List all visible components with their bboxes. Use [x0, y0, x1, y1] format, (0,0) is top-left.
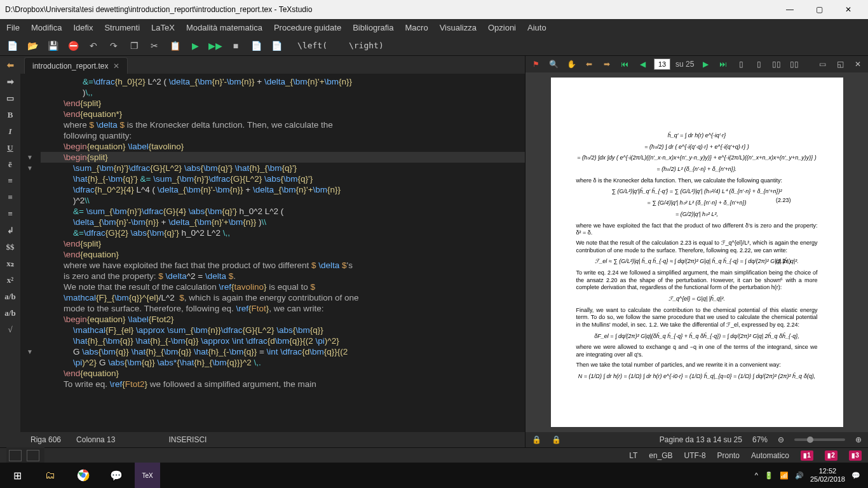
sqrt-icon[interactable]: √	[3, 323, 17, 337]
tray-clock[interactable]: 12:52 25/02/2018	[810, 467, 845, 484]
paste-icon[interactable]: 📋	[168, 39, 182, 53]
code-line[interactable]: \sum_{\bm{n}'}\dfrac{G}{L^2} \abs{\bm{q}…	[41, 163, 525, 173]
pdf-prev-icon[interactable]: ◀	[636, 58, 649, 71]
code-line[interactable]: \begin{equation} \label{Ftot2}	[41, 314, 525, 325]
minimize-button[interactable]: —	[775, 0, 804, 19]
ltool-icon[interactable]: LT	[629, 451, 637, 460]
encoding-label[interactable]: UTF-8	[684, 451, 706, 460]
menu-options[interactable]: Opzioni	[488, 23, 516, 32]
tray-notifications-icon[interactable]: 💬	[851, 471, 860, 480]
code-line[interactable]: \end{equation}	[41, 368, 525, 379]
pdf-sync-icon[interactable]: ⚑	[529, 58, 542, 71]
tray-volume-icon[interactable]: 🔊	[795, 471, 804, 480]
maximize-button[interactable]: ▢	[804, 0, 834, 19]
dfrac-icon[interactable]: a/b	[3, 306, 17, 320]
left-bracket-button[interactable]: \left(	[290, 41, 335, 50]
chrome-icon[interactable]	[69, 463, 98, 488]
code-line[interactable]: \mathcal{F}_{el} \approx \sum_{\bm{n}}\d…	[41, 325, 525, 336]
code-line[interactable]: \dfrac{h_0^2}{4} L^4 ( \delta_{\bm{n}'-\…	[41, 184, 525, 195]
code-line[interactable]: \hat{h}_{\bm{q}} \hat{h}_{-\bm{q}} \appr…	[41, 336, 525, 346]
code-line[interactable]: \end{split}	[41, 238, 525, 249]
lock-icon-2[interactable]: 🔒	[552, 435, 561, 444]
code-line[interactable]: \pi)^2} G \abs{\bm{q}} \abs*{\hat{h}_{\b…	[41, 357, 525, 368]
underline-icon[interactable]: U	[3, 141, 17, 155]
code-line[interactable]: &=\dfrac{h_0}{2} L^2 ( \delta_{\bm{n}'-\…	[41, 76, 525, 87]
view-log-icon[interactable]: 📄	[249, 39, 263, 53]
emph-icon[interactable]: ē	[3, 158, 17, 172]
code-line[interactable]: \end{equation}	[41, 249, 525, 260]
code-line[interactable]: \begin{equation} \label{tavolino}	[41, 141, 525, 152]
texstudio-taskbar-icon[interactable]: TeX	[135, 463, 160, 488]
pdf-next-icon[interactable]: ▶	[699, 58, 712, 71]
compile-icon[interactable]: ▶▶	[208, 39, 222, 53]
view-pdf-icon[interactable]: 📄	[269, 39, 283, 53]
build-view-icon[interactable]: ▶	[188, 39, 202, 53]
tray-up-icon[interactable]: ^	[755, 471, 758, 479]
auto-label[interactable]: Automatico	[751, 451, 789, 460]
open-file-icon[interactable]: 📂	[25, 39, 39, 53]
code-line[interactable]: \end{split}	[41, 98, 525, 109]
whatsapp-icon[interactable]: 💬	[102, 463, 131, 488]
code-line[interactable]: where we have exploited the fact that th…	[41, 260, 525, 271]
menu-latex[interactable]: LaTeX	[151, 23, 175, 32]
cut-icon[interactable]: ✂	[147, 39, 161, 53]
pdf-last-icon[interactable]: ⏭	[717, 58, 729, 71]
code-line[interactable]: \mathcal{F}_{\bm{q}}^{el}/L^2 $, which i…	[41, 292, 525, 303]
pdf-close-icon[interactable]: ✕	[851, 58, 864, 71]
code-line[interactable]: )\,,	[41, 87, 525, 98]
pdf-window-icon[interactable]: ▭	[816, 58, 829, 71]
pdf-doublecont-icon[interactable]: ▯▯	[788, 58, 801, 71]
math-mode-icon[interactable]: $$	[3, 240, 17, 254]
fold-marker-icon[interactable]: ▼	[27, 152, 33, 163]
close-button[interactable]: ✕	[834, 0, 863, 19]
italic-icon[interactable]: I	[3, 125, 17, 139]
code-editor[interactable]: ▼▼▼ &=\dfrac{h_0}{2} L^2 ( \delta_{\bm{n…	[20, 74, 525, 432]
save-icon[interactable]: 💾	[46, 39, 60, 53]
back-icon[interactable]: ⬅	[3, 58, 17, 72]
panel-side-icon[interactable]	[9, 450, 22, 461]
right-bracket-button[interactable]: \right)	[341, 41, 391, 50]
start-button[interactable]: ⊞	[3, 463, 32, 488]
editor-tab-active[interactable]: introduction_report.tex ✕	[24, 57, 128, 74]
lock-icon[interactable]: 🔒	[532, 435, 541, 444]
pdf-hand-icon[interactable]: ✋	[565, 58, 578, 71]
subscript-icon[interactable]: x₂	[3, 257, 17, 271]
language-label[interactable]: en_GB	[649, 451, 672, 460]
superscript-icon[interactable]: x²	[3, 273, 17, 287]
tab-close-icon[interactable]: ✕	[113, 62, 119, 71]
pdf-enlarge-icon[interactable]: ◱	[834, 58, 846, 71]
newline-icon[interactable]: ↲	[3, 224, 17, 238]
copy-icon[interactable]: ❐	[127, 39, 141, 53]
tray-wifi-icon[interactable]: 📶	[780, 471, 789, 480]
part-icon[interactable]: ▭	[3, 92, 17, 105]
redo-icon[interactable]: ↷	[107, 39, 121, 53]
code-line[interactable]: where $ \delta $ is the Kronecker delta …	[41, 119, 525, 130]
code-line[interactable]: \end{equation*}	[41, 109, 525, 119]
bookmark-1-badge[interactable]: ▮1	[801, 451, 813, 461]
pdf-search-icon[interactable]: 🔍	[547, 58, 560, 71]
code-line[interactable]: &= \sum_{\bm{n}'}\dfrac{G}{4} \abs{\bm{q…	[41, 206, 525, 217]
menu-macro[interactable]: Macro	[405, 23, 428, 32]
align-left-icon[interactable]: ≡	[3, 174, 17, 188]
fold-marker-icon[interactable]: ▼	[27, 163, 33, 173]
panel-bottom-icon[interactable]	[27, 450, 39, 461]
code-line[interactable]: G \abs{\bm{q}} \hat{h}_{\bm{q}} \hat{h}_…	[41, 346, 525, 357]
code-line[interactable]: We note that the result of the calculati…	[41, 281, 525, 292]
undo-icon[interactable]: ↶	[86, 39, 100, 53]
code-line[interactable]: )^2\\	[41, 195, 525, 206]
menu-help[interactable]: Aiuto	[527, 23, 546, 32]
pdf-forward-icon[interactable]: ➡	[600, 58, 613, 71]
close-doc-icon[interactable]: ⛔	[66, 39, 80, 53]
pdf-back-icon[interactable]: ⬅	[583, 58, 595, 71]
forward-icon[interactable]: ➡	[3, 75, 17, 89]
menu-idefix[interactable]: Idefix	[73, 23, 93, 32]
bold-icon[interactable]: B	[3, 108, 17, 122]
bookmark-2-badge[interactable]: ▮2	[825, 451, 837, 461]
menu-biblio[interactable]: Bibliografia	[353, 23, 393, 32]
code-line[interactable]: \delta_{\bm{n}'-\bm{n}} + \delta_{\bm{n}…	[41, 217, 525, 227]
menu-tools[interactable]: Strumenti	[104, 23, 140, 32]
code-line[interactable]: following quantity:	[41, 130, 525, 141]
new-file-icon[interactable]: 📄	[5, 39, 19, 53]
fold-marker-icon[interactable]: ▼	[27, 346, 33, 357]
menu-math[interactable]: Modalità matematica	[186, 23, 262, 32]
